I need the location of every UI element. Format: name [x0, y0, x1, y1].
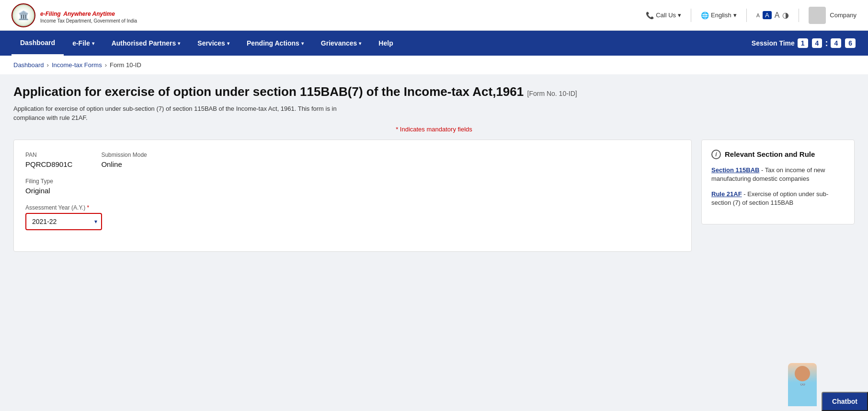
chatbot-glasses: 👓: [788, 382, 817, 387]
pan-value: PQRCD8901C: [25, 160, 72, 168]
filing-type-field: Filing Type Original: [25, 178, 53, 195]
logo-tagline: Anywhere Anytime: [63, 11, 115, 17]
nav-authorised-partners-chevron: ▾: [178, 41, 180, 46]
nav-grievances-label: Grievances: [321, 39, 357, 47]
breadcrumb-income-tax-forms[interactable]: Income-tax Forms: [52, 61, 102, 69]
phone-icon: 📞: [646, 12, 654, 19]
chatbot-figure: 👓: [783, 363, 822, 411]
session-m2: 6: [845, 38, 856, 48]
globe-icon: 🌐: [701, 12, 709, 19]
ay-label: Assessment Year (A.Y.): [25, 204, 102, 211]
sidebar-link-1[interactable]: Section 115BAB: [711, 166, 759, 174]
page-title: Application for exercise of option under…: [13, 84, 855, 100]
call-us-button[interactable]: 📞 Call Us ▾: [646, 12, 681, 19]
nav-efile-label: e-File: [72, 39, 90, 47]
logo-efiling-text: e-Filing: [40, 11, 61, 17]
ay-field: Assessment Year (A.Y.) 2021-22 2022-23 2…: [25, 204, 102, 230]
contrast-button[interactable]: ◑: [782, 11, 789, 20]
nav-bar: Dashboard e-File ▾ Authorised Partners ▾…: [0, 31, 868, 56]
font-medium-button[interactable]: A: [763, 11, 772, 19]
session-label: Session Time: [752, 39, 795, 47]
language-chevron: ▾: [733, 12, 737, 19]
session-colon: :: [825, 38, 828, 48]
language-label: English: [711, 12, 731, 19]
divider-1: [691, 9, 691, 22]
form-card: PAN PQRCD8901C Submission Mode Online Fi…: [13, 140, 692, 252]
logo-text: e-Filing Anywhere Anytime Income Tax Dep…: [40, 7, 137, 24]
nav-services[interactable]: Services ▾: [189, 31, 238, 56]
nav-efile-chevron: ▾: [92, 41, 94, 46]
sidebar-title: Relevant Section and Rule: [725, 150, 815, 158]
nav-grievances[interactable]: Grievances ▾: [312, 31, 370, 56]
submission-mode-label: Submission Mode: [101, 152, 147, 158]
nav-dashboard[interactable]: Dashboard: [11, 31, 64, 56]
logo-area: 🏛️ e-Filing Anywhere Anytime Income Tax …: [11, 3, 137, 27]
nav-grievances-chevron: ▾: [359, 41, 361, 46]
page-description: Application for exercise of option under…: [13, 104, 339, 123]
user-name: Company: [830, 12, 857, 19]
chatbot-area: 👓 Chatbot: [783, 363, 868, 411]
user-avatar: [809, 7, 826, 24]
nav-pending-actions[interactable]: Pending Actions ▾: [238, 31, 312, 56]
breadcrumb-current: Form 10-ID: [110, 61, 141, 69]
nav-pending-actions-chevron: ▾: [301, 41, 304, 46]
sidebar-card: i Relevant Section and Rule Section 115B…: [701, 140, 855, 224]
form-row-1: PAN PQRCD8901C Submission Mode Online: [25, 152, 680, 168]
filing-type-value: Original: [25, 187, 53, 195]
sidebar-link-2[interactable]: Rule 21AF: [711, 190, 742, 198]
mandatory-note: * Indicates mandatory fields: [13, 126, 855, 133]
nav-services-chevron: ▾: [227, 41, 229, 46]
chatbot-head: [795, 366, 810, 381]
page-title-text: Application for exercise of option under…: [13, 84, 524, 99]
breadcrumb: Dashboard › Income-tax Forms › Form 10-I…: [0, 56, 868, 74]
nav-pending-actions-label: Pending Actions: [247, 39, 299, 47]
info-icon: i: [711, 150, 721, 159]
nav-authorised-partners[interactable]: Authorised Partners ▾: [103, 31, 189, 56]
session-h1: 1: [798, 38, 808, 48]
session-m1: 4: [831, 38, 841, 48]
breadcrumb-sep-1: ›: [47, 61, 49, 69]
nav-help[interactable]: Help: [370, 31, 401, 56]
nav-help-label: Help: [378, 39, 393, 47]
nav-authorised-partners-label: Authorised Partners: [112, 39, 176, 47]
breadcrumb-sep-2: ›: [105, 61, 107, 69]
font-large-button[interactable]: A: [775, 11, 780, 20]
sidebar-section-1: Section 115BAB - Tax on income of new ma…: [711, 166, 845, 183]
nav-dashboard-label: Dashboard: [20, 39, 55, 47]
top-bar: 🏛️ e-Filing Anywhere Anytime Income Tax …: [0, 0, 868, 31]
language-button[interactable]: 🌐 English ▾: [701, 12, 737, 19]
ay-select-wrapper: 2021-22 2022-23 2023-24 ▾: [25, 213, 102, 230]
sidebar-section-2: Rule 21AF - Exercise of option under sub…: [711, 190, 845, 207]
call-us-chevron: ▾: [678, 12, 681, 19]
logo-emblem: 🏛️: [11, 3, 35, 27]
logo-efiling: e-Filing Anywhere Anytime: [40, 7, 137, 18]
breadcrumb-dashboard[interactable]: Dashboard: [13, 61, 44, 69]
font-controls: A A A ◑: [756, 11, 789, 20]
font-small-button[interactable]: A: [756, 12, 760, 18]
filing-type-label: Filing Type: [25, 178, 53, 185]
content-row: PAN PQRCD8901C Submission Mode Online Fi…: [13, 140, 855, 252]
main-content: Application for exercise of option under…: [0, 74, 868, 410]
nav-efile[interactable]: e-File ▾: [64, 31, 103, 56]
session-h2: 4: [812, 38, 822, 48]
logo-subtitle: Income Tax Department, Government of Ind…: [40, 18, 137, 24]
top-bar-right: 📞 Call Us ▾ 🌐 English ▾ A A A ◑ Company: [646, 7, 857, 24]
divider-2: [746, 9, 747, 22]
submission-mode-field: Submission Mode Online: [101, 152, 147, 168]
submission-mode-value: Online: [101, 160, 147, 168]
chatbot-button[interactable]: Chatbot: [822, 392, 868, 411]
sidebar-card-header: i Relevant Section and Rule: [711, 150, 845, 159]
call-us-label: Call Us: [656, 12, 676, 19]
nav-services-label: Services: [197, 39, 225, 47]
form-row-3: Assessment Year (A.Y.) 2021-22 2022-23 2…: [25, 204, 680, 230]
form-tag: [Form No. 10-ID]: [527, 90, 577, 97]
ay-select[interactable]: 2021-22 2022-23 2023-24: [25, 213, 102, 230]
divider-3: [799, 9, 799, 22]
pan-field: PAN PQRCD8901C: [25, 152, 72, 168]
chatbot-avatar: 👓: [788, 363, 817, 406]
user-area: Company: [809, 7, 857, 24]
form-row-2: Filing Type Original: [25, 178, 680, 195]
pan-label: PAN: [25, 152, 72, 158]
session-info: Session Time 1 4 : 4 6: [752, 38, 857, 48]
